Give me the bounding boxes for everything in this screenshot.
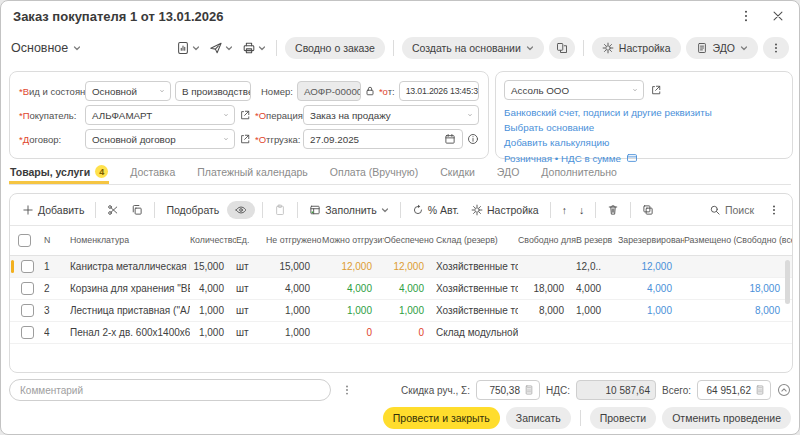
number-field[interactable]: АОФР-000001 bbox=[297, 81, 361, 101]
cell-unit[interactable]: шт bbox=[236, 305, 266, 316]
cell-provided[interactable]: 12,000 bbox=[384, 261, 436, 272]
cut-button[interactable] bbox=[103, 201, 123, 219]
row-checkbox[interactable] bbox=[10, 282, 44, 295]
section-menu[interactable]: Основное bbox=[11, 41, 81, 55]
row-checkbox[interactable] bbox=[10, 304, 44, 317]
column-header[interactable]: Размещено (всего) bbox=[684, 235, 736, 245]
cell-reserved[interactable]: 12,000 bbox=[618, 261, 684, 272]
cell-n[interactable]: 3 bbox=[44, 305, 70, 316]
calculator-icon[interactable] bbox=[755, 385, 765, 395]
pick-items-button[interactable]: Подобрать bbox=[162, 201, 223, 219]
cell-qty[interactable]: 15,000 bbox=[190, 261, 236, 272]
comment-input[interactable] bbox=[9, 379, 331, 401]
cell-free_reserve[interactable]: 8,000 bbox=[518, 305, 576, 316]
move-up-button[interactable]: ↑ bbox=[558, 201, 571, 219]
cell-to_reserve[interactable]: 1,000 bbox=[576, 305, 618, 316]
add-row-button[interactable]: Добавить bbox=[18, 201, 88, 219]
tab-discounts[interactable]: Скидки bbox=[439, 166, 476, 184]
cell-name[interactable]: Корзина для хранения "ВЕЛЕТТА" , 21.. bbox=[70, 283, 190, 294]
cell-provided[interactable]: 1,000 bbox=[384, 305, 436, 316]
table-row[interactable]: 4Пенал 2-х дв. 600х1400х6001,000шт1,0000… bbox=[10, 322, 792, 344]
choose-basis-link[interactable]: Выбрать основание bbox=[504, 122, 784, 133]
column-header[interactable]: Свободно для резерва bbox=[518, 235, 576, 245]
duplicate-row-button[interactable] bbox=[638, 201, 658, 219]
column-header[interactable]: Зарезервировано (всего) bbox=[618, 235, 684, 245]
close-button[interactable] bbox=[769, 7, 787, 25]
settings-button[interactable]: Настройка bbox=[592, 37, 681, 59]
cell-unit[interactable]: шт bbox=[236, 283, 266, 294]
tab-payment-manual[interactable]: Оплата (Вручную) bbox=[329, 166, 419, 184]
grid-more-button[interactable] bbox=[764, 201, 784, 219]
row-checkbox[interactable] bbox=[10, 260, 44, 273]
send-button[interactable] bbox=[207, 39, 235, 57]
contract-select[interactable]: Основной договор bbox=[85, 129, 235, 149]
move-down-button[interactable]: ↓ bbox=[575, 201, 588, 219]
tab-delivery[interactable]: Доставка bbox=[129, 166, 176, 184]
search-button[interactable]: Поиск bbox=[705, 201, 758, 219]
edo-button[interactable]: ЭДО bbox=[686, 37, 758, 59]
collapse-footer-icon[interactable] bbox=[777, 383, 791, 397]
column-header[interactable]: Номенклатура bbox=[70, 235, 190, 245]
comment-more-button[interactable] bbox=[339, 382, 355, 398]
cell-can_ship[interactable]: 12,000 bbox=[322, 261, 384, 272]
kind-select[interactable]: Основной bbox=[85, 81, 171, 101]
grid-settings-button[interactable]: Настройка bbox=[467, 201, 543, 219]
column-header[interactable]: Свободно (всего) bbox=[736, 235, 792, 245]
cell-provided[interactable]: 4,000 bbox=[384, 283, 436, 294]
auto-discount-button[interactable]: % Авт. bbox=[408, 201, 463, 219]
cell-name[interactable]: Канистра металлическая крашеная (.. bbox=[70, 261, 190, 272]
column-header[interactable]: Обеспечено (всего) bbox=[384, 235, 436, 245]
cell-can_ship[interactable]: 4,000 bbox=[322, 283, 384, 294]
cell-warehouse[interactable]: Склад модульной мебели bbox=[436, 327, 518, 338]
shipment-date-field[interactable]: 27.09.2025 bbox=[303, 129, 463, 149]
cell-warehouse[interactable]: Хозяйственные товары bbox=[436, 305, 518, 316]
save-button[interactable]: Записать bbox=[506, 407, 571, 429]
more-actions-button[interactable] bbox=[763, 37, 789, 59]
cell-free[interactable]: 18,000 bbox=[736, 283, 792, 294]
delete-row-button[interactable] bbox=[603, 201, 623, 219]
cell-can_ship[interactable]: 0 bbox=[322, 327, 384, 338]
related-documents-button[interactable] bbox=[549, 37, 575, 59]
print-button[interactable] bbox=[240, 39, 268, 57]
state-select[interactable]: В производстве bbox=[175, 81, 251, 101]
paste-button[interactable] bbox=[270, 201, 290, 219]
order-summary-button[interactable]: Сводно о заказе bbox=[285, 37, 385, 59]
calculator-icon[interactable] bbox=[524, 385, 534, 395]
create-based-on-button[interactable]: Создать на основании bbox=[402, 37, 544, 59]
cell-name[interactable]: Пенал 2-х дв. 600х1400х600 bbox=[70, 327, 190, 338]
cell-reserved[interactable]: 4,000 bbox=[618, 283, 684, 294]
cell-not_shipped[interactable]: 1,000 bbox=[266, 305, 322, 316]
cell-name[interactable]: Лестница приставная ("АЛЮМЕТ"), 16.. bbox=[70, 305, 190, 316]
buyer-select[interactable]: АЛЬФАМАРТ bbox=[85, 105, 235, 125]
tab-goods-services[interactable]: Товары, услуги 4 bbox=[9, 165, 109, 184]
cell-not_shipped[interactable]: 4,000 bbox=[266, 283, 322, 294]
cell-can_ship[interactable]: 1,000 bbox=[322, 305, 384, 316]
organization-select[interactable]: Ассоль ООО bbox=[504, 80, 644, 100]
add-calculation-link[interactable]: Добавить калькуляцию bbox=[504, 137, 784, 148]
cell-n[interactable]: 2 bbox=[44, 283, 70, 294]
table-row[interactable]: 2Корзина для хранения "ВЕЛЕТТА" , 21..4,… bbox=[10, 278, 792, 300]
info-icon[interactable] bbox=[467, 133, 479, 145]
cell-reserved[interactable]: 1,000 bbox=[618, 305, 684, 316]
cell-free[interactable]: 8,000 bbox=[736, 305, 792, 316]
reports-button[interactable] bbox=[174, 39, 202, 57]
post-button[interactable]: Провести bbox=[590, 407, 656, 429]
column-header[interactable]: N bbox=[44, 235, 70, 245]
bank-account-link[interactable]: Банковский счет, подписи и другие реквиз… bbox=[504, 107, 784, 118]
vertical-scrollbar[interactable] bbox=[785, 260, 790, 304]
fill-button[interactable]: Заполнить bbox=[305, 201, 393, 219]
cell-unit[interactable]: шт bbox=[236, 327, 266, 338]
column-header[interactable]: Можно отгрузить (всего) bbox=[322, 235, 384, 245]
row-checkbox[interactable] bbox=[10, 326, 44, 339]
cell-n[interactable]: 1 bbox=[44, 261, 70, 272]
cell-not_shipped[interactable]: 1,000 bbox=[266, 327, 322, 338]
post-and-close-button[interactable]: Провести и закрыть bbox=[383, 407, 500, 429]
open-icon[interactable] bbox=[650, 84, 662, 96]
cell-to_reserve[interactable]: 4,000 bbox=[576, 283, 618, 294]
cell-warehouse[interactable]: Хозяйственные товары bbox=[436, 261, 518, 272]
view-toggle-button[interactable] bbox=[227, 201, 255, 219]
column-header[interactable]: Количество bbox=[190, 235, 236, 245]
cell-qty[interactable]: 1,000 bbox=[190, 327, 236, 338]
cell-unit[interactable]: шт bbox=[236, 261, 266, 272]
discount-field[interactable]: 750,38 bbox=[476, 380, 540, 400]
